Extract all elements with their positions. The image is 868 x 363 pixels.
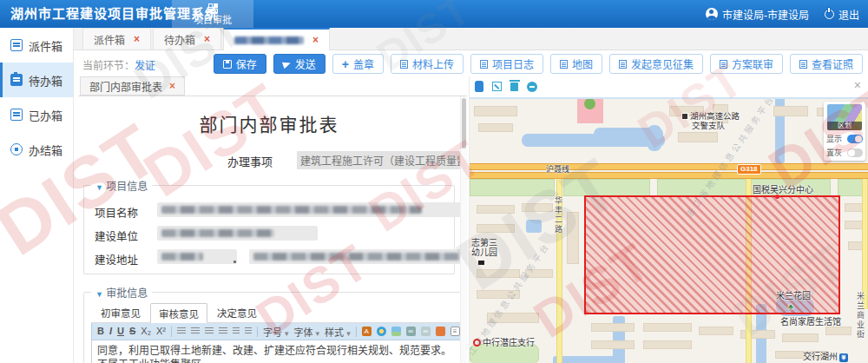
gray-toggle[interactable] xyxy=(847,148,863,157)
project-name-input[interactable] xyxy=(157,202,460,217)
user-menu[interactable]: 市建设局-市建设局 xyxy=(706,7,809,22)
bold-button[interactable]: B xyxy=(97,327,104,336)
opinion-editor[interactable]: 同意，利用已取得土地新建、改建、扩建还应符合现行相关规划、规范要求。不属于工业功… xyxy=(91,340,460,363)
close-icon[interactable]: × xyxy=(134,33,140,45)
project-log-button[interactable]: 项目日志 xyxy=(470,54,543,74)
build-unit-input[interactable] xyxy=(157,226,318,241)
align-justify-icon[interactable] xyxy=(219,327,227,335)
collapse-arrow-icon[interactable]: ▼ xyxy=(95,290,103,299)
superscript-button[interactable]: X² xyxy=(156,327,166,336)
strikethrough-button[interactable]: S xyxy=(129,327,135,336)
collapse-arrow-icon[interactable]: ▼ xyxy=(95,183,103,192)
map-building xyxy=(478,123,513,132)
map-icon xyxy=(560,60,568,69)
font-size-dropdown[interactable]: 字号 ▾ xyxy=(263,325,289,339)
scrollbar-thumb[interactable] xyxy=(462,98,466,148)
editor-toolbar: B I U S X₂ X² 字号 ▾ xyxy=(91,323,460,340)
tab-dispatch-box[interactable]: 派件箱 × xyxy=(82,28,151,50)
italic-button[interactable]: I xyxy=(109,327,112,336)
expand-icon[interactable] xyxy=(492,82,502,91)
subscript-button[interactable]: X₂ xyxy=(141,327,151,336)
inner-tab-approval-form[interactable]: 部门内部审批表 × xyxy=(80,76,185,96)
logout-button[interactable]: 退出 xyxy=(825,7,859,22)
font-family-dropdown[interactable]: 字体 ▾ xyxy=(294,325,320,339)
map-green xyxy=(470,179,555,196)
hand-pan-icon[interactable] xyxy=(475,81,483,92)
sidebar-item-todo-box[interactable]: 待办箱 xyxy=(0,63,73,97)
certificate-icon xyxy=(799,60,807,69)
poi-milan-street: 米兰商业街 xyxy=(855,292,866,340)
outdent-icon[interactable] xyxy=(233,327,240,335)
bank-icon: ¥ xyxy=(839,353,848,362)
background-color-icon[interactable] xyxy=(377,327,386,336)
address-detail-input[interactable] xyxy=(249,249,460,264)
app-window: 湖州市工程建设项目审批管理系统 项目审批 市建设局-市建设局 退出 派件箱 待办… xyxy=(0,0,868,363)
district-layer-thumbnail[interactable]: 区划 xyxy=(827,104,862,130)
save-button[interactable]: 保存 xyxy=(214,54,266,74)
tree-icon: ♣ xyxy=(788,302,793,311)
close-icon[interactable]: × xyxy=(204,33,210,45)
redacted-value xyxy=(161,253,203,261)
align-center-icon[interactable] xyxy=(191,327,200,335)
tab-todo-box[interactable]: 待办箱 × xyxy=(153,28,221,50)
send-button[interactable]: 发送 xyxy=(273,54,326,74)
map-building xyxy=(522,203,553,212)
close-icon[interactable]: × xyxy=(169,80,175,92)
flag-icon xyxy=(619,60,627,69)
underline-button[interactable]: U xyxy=(117,327,124,336)
map-building xyxy=(474,106,517,116)
divider xyxy=(257,327,258,337)
road-name-label: 沪聂线 xyxy=(546,163,569,175)
poi-home-store: 名尚家居生活馆 xyxy=(780,314,841,327)
view-certificate-button[interactable]: 查看证照 xyxy=(790,54,863,74)
source-code-icon[interactable]: ≡ xyxy=(450,327,460,336)
form-scrollbar[interactable] xyxy=(460,96,467,363)
unlink-icon[interactable]: ∞ xyxy=(421,327,431,336)
top-bar: 湖州市工程建设项目审批管理系统 项目审批 市建设局-市建设局 退出 xyxy=(0,0,868,28)
map-button[interactable]: 地图 xyxy=(550,54,602,74)
address-area-input[interactable] xyxy=(157,249,237,264)
map-water xyxy=(553,356,617,363)
align-right-icon[interactable] xyxy=(205,327,214,335)
map-building xyxy=(567,212,579,264)
map-close-icon[interactable]: × xyxy=(854,78,861,92)
tab-initial-opinion[interactable]: 初审意见 xyxy=(93,303,148,322)
road-label-huafeng: 华丰二路 xyxy=(553,196,564,234)
map-canvas[interactable]: 沪聂线 G318 湖州高速公路 交警支队 国税吴兴分中心 华丰二路 志第三幼儿园… xyxy=(470,97,868,363)
minus-circle-icon[interactable] xyxy=(527,82,537,92)
sidebar-item-closed-box[interactable]: 办结箱 xyxy=(0,132,73,167)
text-color-icon[interactable]: A xyxy=(362,327,372,336)
tab-review-opinion[interactable]: 审核意见 xyxy=(150,303,207,323)
map-panel: × xyxy=(469,76,868,363)
poi-dot xyxy=(775,195,779,199)
style-dropdown[interactable]: 样式 ▾ xyxy=(325,325,351,339)
close-icon[interactable]: × xyxy=(312,34,319,46)
link-icon[interactable]: ∞ xyxy=(406,327,416,336)
opinion-tabs: 初审意见 审核意见 决定意见 xyxy=(91,303,460,323)
anchor-flag-icon[interactable] xyxy=(436,327,445,336)
matter-label: 办理事项 xyxy=(227,153,273,169)
closed-box-icon xyxy=(10,143,23,155)
align-left-icon[interactable] xyxy=(177,327,186,335)
floppy-save-icon xyxy=(223,60,232,69)
sidebar-item-done-box[interactable]: 已办箱 xyxy=(0,97,73,132)
image-icon[interactable] xyxy=(391,327,401,336)
stamp-button[interactable]: + 盖章 xyxy=(332,54,384,74)
approval-info-legend: ▼ 审批信息 xyxy=(91,285,152,300)
todo-box-icon xyxy=(10,74,23,86)
nav-tab-project-approval[interactable]: 项目审批 xyxy=(172,0,253,28)
joint-review-button[interactable]: 方案联审 xyxy=(710,54,783,74)
material-upload-button[interactable]: 材料上传 xyxy=(391,54,464,74)
map-building xyxy=(782,333,819,342)
gray-toggle-label: 置灰 xyxy=(826,147,842,158)
indent-icon[interactable] xyxy=(245,327,252,335)
map-building xyxy=(678,132,718,142)
sidebar-item-dispatch-box[interactable]: 派件箱 xyxy=(0,28,73,63)
trash-icon[interactable] xyxy=(510,82,518,91)
matter-value-field[interactable]: 建筑工程施工许可（建设工程质量监督手续办 xyxy=(297,151,460,169)
show-toggle[interactable] xyxy=(847,135,863,143)
tab-decision-opinion[interactable]: 决定意见 xyxy=(209,303,265,322)
opinion-collect-button[interactable]: 发起意见征集 xyxy=(609,54,703,74)
divider xyxy=(171,327,172,337)
tab-project-active[interactable]: × xyxy=(223,28,330,50)
